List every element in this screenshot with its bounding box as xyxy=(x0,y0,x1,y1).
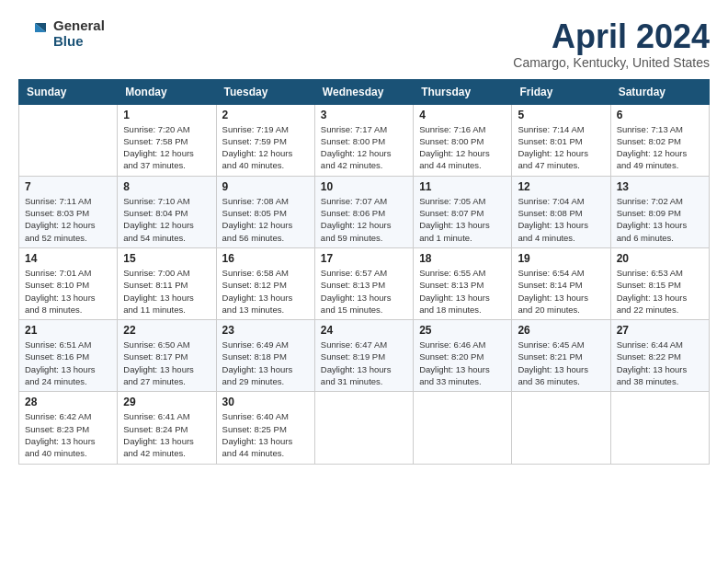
calendar-cell: 26Sunrise: 6:45 AM Sunset: 8:21 PM Dayli… xyxy=(512,320,610,392)
calendar-cell: 18Sunrise: 6:55 AM Sunset: 8:13 PM Dayli… xyxy=(414,247,512,319)
calendar-cell: 17Sunrise: 6:57 AM Sunset: 8:13 PM Dayli… xyxy=(314,247,413,319)
day-info: Sunrise: 7:02 AM Sunset: 8:09 PM Dayligh… xyxy=(617,195,703,244)
calendar-cell xyxy=(314,392,413,464)
day-number: 5 xyxy=(518,109,604,121)
day-info: Sunrise: 7:04 AM Sunset: 8:08 PM Dayligh… xyxy=(518,195,604,244)
calendar-cell: 14Sunrise: 7:01 AM Sunset: 8:10 PM Dayli… xyxy=(19,247,118,319)
day-number: 18 xyxy=(419,252,506,265)
logo-icon xyxy=(18,19,48,49)
title-block: April 2024 Camargo, Kentucky, United Sta… xyxy=(513,18,710,70)
column-header-wednesday: Wednesday xyxy=(314,79,413,104)
logo-text: General Blue xyxy=(53,18,105,49)
calendar-cell: 29Sunrise: 6:41 AM Sunset: 8:24 PM Dayli… xyxy=(118,392,216,464)
day-info: Sunrise: 7:11 AM Sunset: 8:03 PM Dayligh… xyxy=(25,195,111,244)
day-number: 28 xyxy=(25,396,111,408)
calendar-week-row: 7Sunrise: 7:11 AM Sunset: 8:03 PM Daylig… xyxy=(19,176,710,247)
calendar-week-row: 28Sunrise: 6:42 AM Sunset: 8:23 PM Dayli… xyxy=(19,392,710,464)
day-number: 21 xyxy=(25,324,111,337)
day-info: Sunrise: 7:07 AM Sunset: 8:06 PM Dayligh… xyxy=(321,195,407,244)
calendar-cell: 8Sunrise: 7:10 AM Sunset: 8:04 PM Daylig… xyxy=(118,176,216,247)
day-info: Sunrise: 6:53 AM Sunset: 8:15 PM Dayligh… xyxy=(617,267,703,316)
day-info: Sunrise: 6:45 AM Sunset: 8:21 PM Dayligh… xyxy=(518,339,604,387)
calendar-week-row: 1Sunrise: 7:20 AM Sunset: 7:58 PM Daylig… xyxy=(19,104,710,176)
day-number: 13 xyxy=(617,180,703,193)
calendar-cell: 28Sunrise: 6:42 AM Sunset: 8:23 PM Dayli… xyxy=(19,392,118,464)
column-header-thursday: Thursday xyxy=(414,79,512,104)
calendar-week-row: 21Sunrise: 6:51 AM Sunset: 8:16 PM Dayli… xyxy=(19,320,710,392)
calendar-cell: 12Sunrise: 7:04 AM Sunset: 8:08 PM Dayli… xyxy=(512,176,610,247)
day-number: 22 xyxy=(123,324,210,337)
calendar-cell: 1Sunrise: 7:20 AM Sunset: 7:58 PM Daylig… xyxy=(118,104,216,176)
day-info: Sunrise: 7:14 AM Sunset: 8:01 PM Dayligh… xyxy=(518,123,604,172)
page-header: General Blue April 2024 Camargo, Kentuck… xyxy=(18,18,710,70)
day-info: Sunrise: 7:20 AM Sunset: 7:58 PM Dayligh… xyxy=(123,123,210,172)
logo-general-text: General xyxy=(53,18,105,34)
calendar-cell: 20Sunrise: 6:53 AM Sunset: 8:15 PM Dayli… xyxy=(610,247,709,319)
day-number: 27 xyxy=(617,324,703,337)
day-info: Sunrise: 6:40 AM Sunset: 8:25 PM Dayligh… xyxy=(222,410,309,459)
day-info: Sunrise: 6:47 AM Sunset: 8:19 PM Dayligh… xyxy=(321,339,407,387)
day-info: Sunrise: 7:08 AM Sunset: 8:05 PM Dayligh… xyxy=(222,195,309,244)
calendar-cell: 16Sunrise: 6:58 AM Sunset: 8:12 PM Dayli… xyxy=(216,247,314,319)
day-number: 20 xyxy=(617,252,703,265)
day-number: 14 xyxy=(25,252,111,265)
logo-blue-text: Blue xyxy=(53,34,105,50)
calendar-week-row: 14Sunrise: 7:01 AM Sunset: 8:10 PM Dayli… xyxy=(19,247,710,319)
calendar-cell xyxy=(414,392,512,464)
calendar-cell: 4Sunrise: 7:16 AM Sunset: 8:00 PM Daylig… xyxy=(414,104,512,176)
day-number: 8 xyxy=(123,180,210,193)
calendar-cell: 6Sunrise: 7:13 AM Sunset: 8:02 PM Daylig… xyxy=(610,104,709,176)
day-info: Sunrise: 6:44 AM Sunset: 8:22 PM Dayligh… xyxy=(617,339,703,387)
calendar-cell: 22Sunrise: 6:50 AM Sunset: 8:17 PM Dayli… xyxy=(118,320,216,392)
calendar-cell: 2Sunrise: 7:19 AM Sunset: 7:59 PM Daylig… xyxy=(216,104,314,176)
calendar-cell: 7Sunrise: 7:11 AM Sunset: 8:03 PM Daylig… xyxy=(19,176,118,247)
column-header-saturday: Saturday xyxy=(610,79,709,104)
day-number: 9 xyxy=(222,180,309,193)
day-info: Sunrise: 7:19 AM Sunset: 7:59 PM Dayligh… xyxy=(222,123,309,172)
day-number: 25 xyxy=(419,324,506,337)
location-text: Camargo, Kentucky, United States xyxy=(513,55,710,70)
day-info: Sunrise: 7:01 AM Sunset: 8:10 PM Dayligh… xyxy=(25,267,111,316)
day-number: 15 xyxy=(123,252,210,265)
day-info: Sunrise: 6:58 AM Sunset: 8:12 PM Dayligh… xyxy=(222,267,309,316)
day-number: 16 xyxy=(222,252,309,265)
day-info: Sunrise: 6:46 AM Sunset: 8:20 PM Dayligh… xyxy=(419,339,506,387)
day-number: 30 xyxy=(222,396,309,408)
day-info: Sunrise: 7:13 AM Sunset: 8:02 PM Dayligh… xyxy=(617,123,703,172)
day-number: 29 xyxy=(123,396,210,408)
column-header-monday: Monday xyxy=(118,79,216,104)
day-info: Sunrise: 7:10 AM Sunset: 8:04 PM Dayligh… xyxy=(123,195,210,244)
calendar-cell: 24Sunrise: 6:47 AM Sunset: 8:19 PM Dayli… xyxy=(314,320,413,392)
calendar-cell: 25Sunrise: 6:46 AM Sunset: 8:20 PM Dayli… xyxy=(414,320,512,392)
day-number: 17 xyxy=(321,252,407,265)
calendar-cell: 27Sunrise: 6:44 AM Sunset: 8:22 PM Dayli… xyxy=(610,320,709,392)
calendar-cell: 13Sunrise: 7:02 AM Sunset: 8:09 PM Dayli… xyxy=(610,176,709,247)
day-number: 12 xyxy=(518,180,604,193)
day-info: Sunrise: 6:42 AM Sunset: 8:23 PM Dayligh… xyxy=(25,410,111,459)
day-number: 19 xyxy=(518,252,604,265)
day-info: Sunrise: 6:49 AM Sunset: 8:18 PM Dayligh… xyxy=(222,339,309,387)
calendar-cell: 10Sunrise: 7:07 AM Sunset: 8:06 PM Dayli… xyxy=(314,176,413,247)
column-header-friday: Friday xyxy=(512,79,610,104)
day-number: 2 xyxy=(222,109,309,121)
day-info: Sunrise: 7:00 AM Sunset: 8:11 PM Dayligh… xyxy=(123,267,210,316)
day-info: Sunrise: 6:51 AM Sunset: 8:16 PM Dayligh… xyxy=(25,339,111,387)
day-info: Sunrise: 6:55 AM Sunset: 8:13 PM Dayligh… xyxy=(419,267,506,316)
day-info: Sunrise: 6:50 AM Sunset: 8:17 PM Dayligh… xyxy=(123,339,210,387)
calendar-cell: 5Sunrise: 7:14 AM Sunset: 8:01 PM Daylig… xyxy=(512,104,610,176)
day-number: 7 xyxy=(25,180,111,193)
day-info: Sunrise: 6:57 AM Sunset: 8:13 PM Dayligh… xyxy=(321,267,407,316)
calendar-cell: 3Sunrise: 7:17 AM Sunset: 8:00 PM Daylig… xyxy=(314,104,413,176)
day-number: 23 xyxy=(222,324,309,337)
calendar-table: SundayMondayTuesdayWednesdayThursdayFrid… xyxy=(18,79,710,465)
calendar-cell xyxy=(610,392,709,464)
calendar-cell: 30Sunrise: 6:40 AM Sunset: 8:25 PM Dayli… xyxy=(216,392,314,464)
day-info: Sunrise: 6:54 AM Sunset: 8:14 PM Dayligh… xyxy=(518,267,604,316)
day-number: 6 xyxy=(617,109,703,121)
day-number: 26 xyxy=(518,324,604,337)
calendar-cell xyxy=(19,104,118,176)
calendar-cell xyxy=(512,392,610,464)
day-info: Sunrise: 7:17 AM Sunset: 8:00 PM Dayligh… xyxy=(321,123,407,172)
calendar-cell: 9Sunrise: 7:08 AM Sunset: 8:05 PM Daylig… xyxy=(216,176,314,247)
header-row: SundayMondayTuesdayWednesdayThursdayFrid… xyxy=(19,79,710,104)
